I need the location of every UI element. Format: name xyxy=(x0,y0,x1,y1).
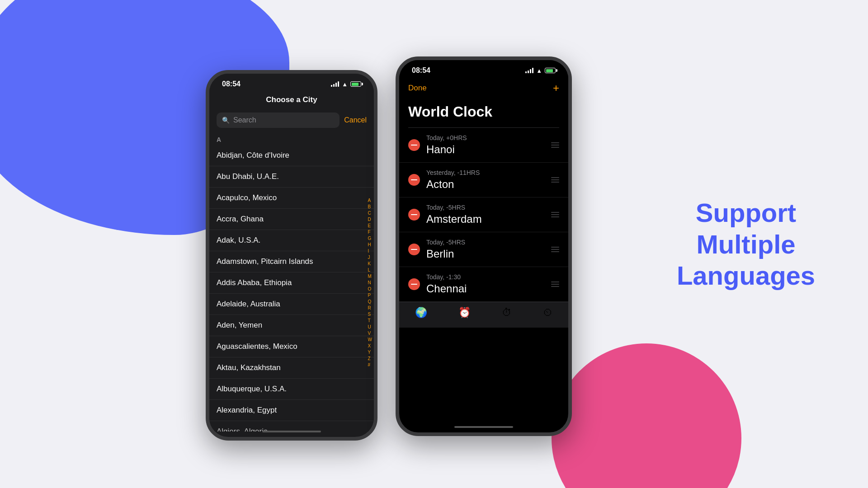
choose-city-title: Choose a City xyxy=(217,95,367,104)
alpha-p[interactable]: P xyxy=(368,292,372,298)
list-item[interactable]: Alexandria, Egypt xyxy=(209,400,374,421)
clock-list: Today, +0HRS Hanoi Yesterday, -11HRS Act… xyxy=(399,128,568,302)
alpha-j[interactable]: J xyxy=(368,254,372,260)
globe-icon: 🌍 xyxy=(415,307,427,319)
remove-hanoi-button[interactable] xyxy=(408,139,420,151)
tab-stopwatch[interactable]: ⏱ xyxy=(502,307,512,319)
alpha-x[interactable]: X xyxy=(368,343,372,349)
remove-amsterdam-button[interactable] xyxy=(408,209,420,221)
alphabet-index[interactable]: A B C D E F G H I J K L M N O P Q xyxy=(368,197,372,368)
remove-chennai-button[interactable] xyxy=(408,278,420,290)
alpha-c[interactable]: C xyxy=(368,210,372,216)
right-phone-frame: 08:54 ▲ Done + xyxy=(396,56,572,436)
list-item[interactable]: Addis Ababa, Ethiopia xyxy=(209,272,374,294)
alpha-t[interactable]: T xyxy=(368,318,372,324)
world-clock-heading: World Clock xyxy=(408,103,559,120)
cancel-button[interactable]: Cancel xyxy=(344,116,367,124)
alpha-l[interactable]: L xyxy=(368,267,372,273)
main-container: 08:54 ▲ Choose a City xyxy=(0,0,868,488)
alpha-k[interactable]: K xyxy=(368,261,372,267)
alpha-d[interactable]: D xyxy=(368,216,372,222)
choose-city-header: Choose a City xyxy=(209,92,374,110)
chennai-city: Chennai xyxy=(426,282,545,295)
reorder-amsterdam-icon[interactable] xyxy=(551,212,559,217)
alpha-s[interactable]: S xyxy=(368,311,372,317)
hanoi-time-rel: Today, +0HRS xyxy=(426,134,545,141)
battery-fill xyxy=(352,83,359,86)
list-item[interactable]: Abu Dhabi, U.A.E. xyxy=(209,166,374,188)
remove-acton-button[interactable] xyxy=(408,174,420,186)
clock-item-hanoi: Today, +0HRS Hanoi xyxy=(399,128,568,163)
wifi-icon: ▲ xyxy=(342,81,348,88)
alpha-y[interactable]: Y xyxy=(368,349,372,355)
clock-item-amsterdam: Today, -5HRS Amsterdam xyxy=(399,197,568,232)
right-status-icons: ▲ xyxy=(525,67,556,74)
home-indicator-right xyxy=(454,426,513,428)
alpha-i[interactable]: I xyxy=(368,248,372,254)
hanoi-info: Today, +0HRS Hanoi xyxy=(426,134,545,156)
list-item[interactable]: Adelaide, Australia xyxy=(209,294,374,315)
acton-time-rel: Yesterday, -11HRS xyxy=(426,169,545,176)
berlin-city: Berlin xyxy=(426,248,545,260)
search-placeholder: Search xyxy=(233,116,256,124)
alpha-e[interactable]: E xyxy=(368,223,372,229)
alpha-b[interactable]: B xyxy=(368,204,372,210)
list-item[interactable]: Albuquerque, U.S.A. xyxy=(209,379,374,400)
reorder-berlin-icon[interactable] xyxy=(551,247,559,252)
alpha-hash[interactable]: # xyxy=(368,362,372,368)
alpha-h[interactable]: H xyxy=(368,242,372,248)
list-item[interactable]: Adamstown, Pitcairn Islands xyxy=(209,251,374,272)
list-item[interactable]: Acapulco, Mexico xyxy=(209,188,374,209)
alpha-f[interactable]: F xyxy=(368,229,372,235)
acton-info: Yesterday, -11HRS Acton xyxy=(426,169,545,191)
list-item[interactable]: Adak, U.S.A. xyxy=(209,230,374,251)
list-item[interactable]: Abidjan, Côte d'Ivoire xyxy=(209,145,374,166)
promo-line2: Languages xyxy=(677,261,815,290)
tab-bar: 🌍 ⏰ ⏱ ⏲ xyxy=(399,302,568,328)
tab-timer[interactable]: ⏲ xyxy=(543,307,553,319)
promo-text-section: Support Multiple Languages xyxy=(651,197,841,291)
reorder-chennai-icon[interactable] xyxy=(551,282,559,287)
search-icon: 🔍 xyxy=(222,117,230,124)
left-status-time: 08:54 xyxy=(222,80,241,88)
left-status-bar: 08:54 ▲ xyxy=(209,74,374,92)
search-input-wrapper[interactable]: 🔍 Search xyxy=(217,113,340,128)
tab-world-clock[interactable]: 🌍 xyxy=(415,307,427,319)
add-button[interactable]: + xyxy=(553,82,559,94)
right-status-time: 08:54 xyxy=(412,66,430,75)
reorder-hanoi-icon[interactable] xyxy=(551,142,559,148)
alpha-g[interactable]: G xyxy=(368,235,372,241)
tab-alarm[interactable]: ⏰ xyxy=(458,307,471,319)
done-button[interactable]: Done xyxy=(408,84,427,93)
promo-text: Support Multiple Languages xyxy=(651,197,841,291)
clock-item-chennai: Today, -1:30 Chennai xyxy=(399,267,568,302)
left-status-icons: ▲ xyxy=(331,81,361,88)
amsterdam-time-rel: Today, -5HRS xyxy=(426,204,545,211)
clock-item-acton: Yesterday, -11HRS Acton xyxy=(399,163,568,197)
home-indicator xyxy=(262,431,321,432)
alpha-q[interactable]: Q xyxy=(368,299,372,305)
alpha-a[interactable]: A xyxy=(368,197,372,203)
signal-icon xyxy=(525,68,533,73)
list-item[interactable]: Aguascalientes, Mexico xyxy=(209,336,374,357)
reorder-acton-icon[interactable] xyxy=(551,177,559,183)
remove-berlin-button[interactable] xyxy=(408,244,420,255)
alpha-v[interactable]: V xyxy=(368,330,372,336)
alpha-u[interactable]: U xyxy=(368,324,372,330)
list-item[interactable]: Accra, Ghana xyxy=(209,209,374,230)
amsterdam-info: Today, -5HRS Amsterdam xyxy=(426,204,545,225)
clock-item-berlin: Today, -5HRS Berlin xyxy=(399,232,568,267)
promo-line1: Support Multiple xyxy=(696,198,796,259)
battery-icon xyxy=(350,81,361,87)
alpha-m[interactable]: M xyxy=(368,273,372,279)
alpha-r[interactable]: R xyxy=(368,305,372,311)
alpha-n[interactable]: N xyxy=(368,280,372,286)
alpha-z[interactable]: Z xyxy=(368,356,372,361)
list-item[interactable]: Aktau, Kazakhstan xyxy=(209,357,374,379)
list-item[interactable]: Algiers, Algeria xyxy=(209,421,374,432)
alpha-w[interactable]: W xyxy=(368,337,372,343)
alpha-o[interactable]: O xyxy=(368,286,372,292)
city-list: A Abidjan, Côte d'Ivoire Abu Dhabi, U.A.… xyxy=(209,133,374,432)
timer-icon: ⏲ xyxy=(543,307,553,319)
list-item[interactable]: Aden, Yemen xyxy=(209,315,374,336)
